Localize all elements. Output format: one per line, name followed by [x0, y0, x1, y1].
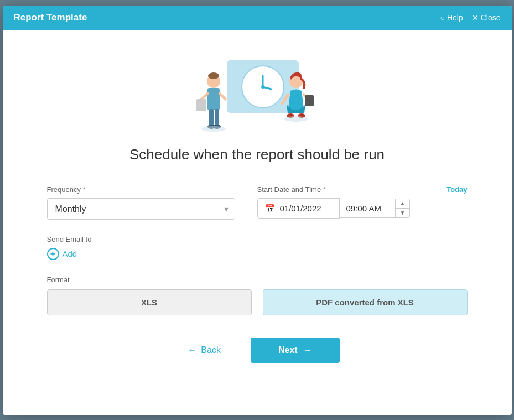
back-arrow-icon: ←: [188, 345, 196, 355]
form-area: Frequency * Monthly Once Daily Weekly Ye…: [47, 185, 468, 369]
modal-body: Schedule when the report should be run F…: [3, 30, 512, 415]
add-circle-icon: +: [47, 248, 59, 260]
svg-point-16: [201, 126, 226, 132]
datetime-label-row: Start Date and Time * Today: [257, 185, 468, 194]
modal-title: Report Template: [14, 12, 87, 23]
frequency-label: Frequency *: [47, 185, 235, 194]
frequency-select-wrapper: Monthly Once Daily Weekly Yearly ▾: [47, 198, 235, 220]
add-email-button[interactable]: + Add: [47, 248, 77, 260]
svg-rect-12: [215, 109, 219, 126]
xls-format-button[interactable]: XLS: [47, 289, 252, 315]
calendar-icon: 📅: [264, 203, 276, 214]
frequency-datetime-row: Frequency * Monthly Once Daily Weekly Ye…: [47, 185, 468, 220]
svg-rect-6: [207, 88, 220, 110]
next-arrow-icon: →: [303, 345, 312, 355]
illustration: [180, 41, 335, 135]
time-up-button[interactable]: ▲: [396, 199, 410, 209]
frequency-select[interactable]: Monthly Once Daily Weekly Yearly: [47, 198, 235, 220]
help-icon: ○: [440, 13, 444, 22]
time-spinners: ▲ ▼: [395, 199, 410, 217]
report-template-modal: Report Template ○ Help ✕ Close: [3, 6, 512, 415]
svg-line-10: [220, 94, 225, 99]
back-button[interactable]: ← Back: [174, 338, 234, 363]
close-icon: ✕: [472, 13, 479, 22]
next-button[interactable]: Next →: [251, 338, 340, 363]
time-input[interactable]: [340, 199, 395, 217]
send-email-label: Send Email to: [47, 235, 468, 243]
svg-rect-11: [209, 109, 214, 126]
pdf-format-button[interactable]: PDF converted from XLS: [263, 289, 468, 315]
format-buttons: XLS PDF converted from XLS: [47, 289, 468, 315]
datetime-group: Start Date and Time * Today 📅 ▲: [257, 185, 468, 219]
help-button[interactable]: ○ Help: [440, 13, 463, 22]
schedule-heading: Schedule when the report should be run: [129, 146, 385, 163]
time-down-button[interactable]: ▼: [396, 209, 410, 217]
modal-footer: ← Back Next →: [47, 338, 468, 369]
format-label: Format: [47, 276, 468, 284]
modal-titlebar: Report Template ○ Help ✕ Close: [3, 6, 512, 30]
close-button[interactable]: ✕ Close: [472, 13, 501, 22]
svg-point-5: [261, 85, 264, 89]
today-link[interactable]: Today: [446, 185, 467, 194]
date-input-wrapper: 📅: [257, 198, 340, 219]
svg-rect-20: [305, 95, 314, 106]
format-section: Format XLS PDF converted from XLS: [47, 276, 468, 315]
datetime-inputs: 📅 ▲ ▼: [257, 198, 468, 219]
frequency-group: Frequency * Monthly Once Daily Weekly Ye…: [47, 185, 235, 220]
send-email-section: Send Email to + Add: [47, 235, 468, 260]
svg-rect-13: [196, 99, 206, 111]
date-input[interactable]: [280, 204, 333, 213]
svg-point-25: [284, 116, 308, 122]
titlebar-actions: ○ Help ✕ Close: [440, 13, 500, 22]
svg-point-8: [208, 72, 219, 79]
time-input-wrapper: ▲ ▼: [340, 199, 411, 218]
datetime-label: Start Date and Time *: [257, 185, 326, 194]
